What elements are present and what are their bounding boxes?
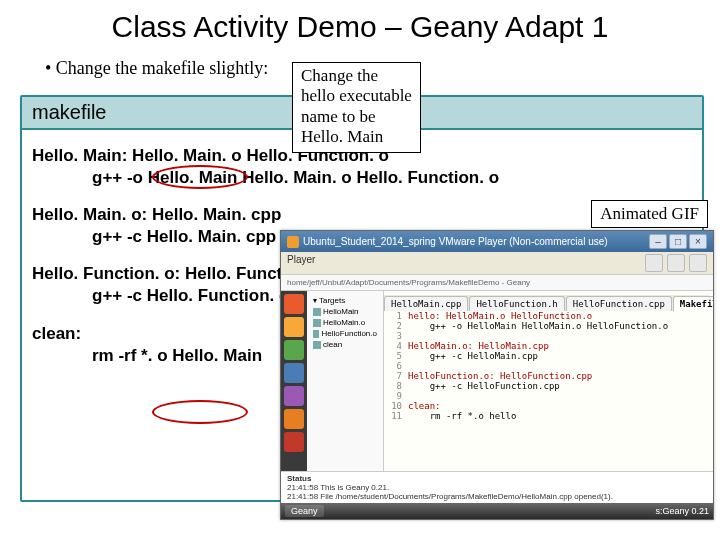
editor-line: rm -rf *.o hello [408,411,516,421]
rule-hellofunction-o-cmd: g++ -c Hello. Function. cpp [92,286,309,305]
launcher-icon[interactable] [284,317,304,337]
launcher-icon[interactable] [284,363,304,383]
editor-line: g++ -o HelloMain HelloMain.o HelloFuncti… [408,321,668,331]
annotation-line1: Change the [301,66,412,86]
close-button[interactable]: × [689,234,707,249]
geany-sidebar: ▾ Targets HelloMain HelloMain.o HelloFun… [307,291,384,471]
highlight-circle-bottom [152,400,248,424]
launcher-icon[interactable] [284,340,304,360]
editor-tabs: HelloMain.cpp HelloFunction.h HelloFunct… [384,295,709,311]
slide-title: Class Activity Demo – Geany Adapt 1 [0,10,720,44]
geany-window: Ubuntu_Student_2014_spring VMware Player… [280,230,714,520]
vm-tool-icon[interactable] [667,254,685,272]
launcher-icon[interactable] [284,432,304,452]
vm-menubar: Player [281,252,713,275]
status-msg: 21:41:58 This is Geany 0.21. [287,483,707,492]
geany-toolbar: home/jeff/Unbuf/Adapt/Documents/Programs… [281,275,713,291]
annotation-line4: Hello. Main [301,127,412,147]
vm-titlebar: Ubuntu_Student_2014_spring VMware Player… [281,231,713,252]
animated-gif-label: Animated GIF [591,200,708,228]
annotation-line3: name to be [301,107,412,127]
tab-makefile[interactable]: Makefile [673,296,713,311]
sidebar-targets[interactable]: ▾ Targets [311,295,379,306]
annotation-callout: Change the hello executable name to be H… [292,62,421,153]
taskbar-right: s:Geany 0.21 [655,506,709,516]
editor-line: clean: [408,401,441,411]
vm-title-text: Ubuntu_Student_2014_spring VMware Player… [303,236,608,247]
ubuntu-taskbar: Geany s:Geany 0.21 [281,503,713,519]
annotation-line2: hello executable [301,86,412,106]
tab-hellofunction-cpp[interactable]: HelloFunction.cpp [566,296,672,311]
launcher-icon[interactable] [284,409,304,429]
status-msg: 21:41:58 File /home/student/Documents/Pr… [287,492,707,501]
sidebar-item[interactable]: HelloFunction.o [311,328,379,339]
rule-hellomain-o-cmd: g++ -c Hello. Main. cpp [92,227,276,246]
ubuntu-launcher [281,291,307,471]
vm-tool-icon[interactable] [689,254,707,272]
taskbar-item[interactable]: Geany [285,505,324,517]
launcher-icon[interactable] [284,294,304,314]
sidebar-item[interactable]: HelloMain.o [311,317,379,328]
editor-line: HelloFunction.o: HelloFunction.cpp [408,371,592,381]
tab-hellofunction-h[interactable]: HelloFunction.h [469,296,564,311]
rule-clean-cmd: rm -rf *. o Hello. Main [92,346,262,365]
editor-line: hello: HelloMain.o HelloFunction.o [408,311,592,321]
minimize-button[interactable]: – [649,234,667,249]
tab-hellomain-cpp[interactable]: HelloMain.cpp [384,296,468,311]
sidebar-item[interactable]: clean [311,339,379,350]
vm-logo-icon [287,236,299,248]
menu-player[interactable]: Player [287,254,315,272]
editor-line: HelloMain.o: HelloMain.cpp [408,341,549,351]
maximize-button[interactable]: □ [669,234,687,249]
editor-line: g++ -c HelloMain.cpp [408,351,538,361]
geany-editor[interactable]: HelloMain.cpp HelloFunction.h HelloFunct… [384,291,713,471]
vm-tool-icon[interactable] [645,254,663,272]
editor-line: g++ -c HelloFunction.cpp [408,381,560,391]
sidebar-item[interactable]: HelloMain [311,306,379,317]
launcher-icon[interactable] [284,386,304,406]
rule-hellomain-cmd: g++ -o Hello. Main Hello. Main. o Hello.… [92,168,499,187]
